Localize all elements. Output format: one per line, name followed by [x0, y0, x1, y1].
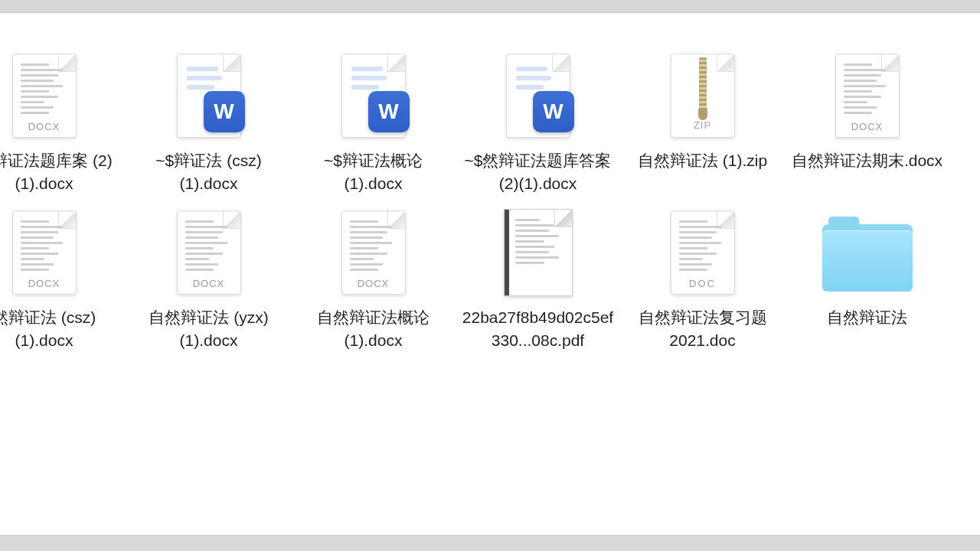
finder-item[interactable]: DOC自然辩证法复习题2021.doc	[620, 207, 785, 353]
file-icon: DOCX	[163, 207, 255, 298]
folder-icon	[822, 207, 913, 298]
finder-window: DOCX然辩证法题库案 (2)(1).docx~$辩证法 (csz)(1).do…	[0, 12, 980, 536]
file-label: 自然辩证法	[791, 306, 944, 329]
file-icon	[492, 50, 584, 142]
finder-item[interactable]: DOCX然辩证法题库案 (2)(1).docx	[0, 50, 126, 196]
file-icon: DOCX	[328, 207, 420, 298]
file-label: ~$辩证法概论(1).docx	[297, 149, 450, 196]
docx-badge: DOCX	[28, 278, 60, 289]
finder-icon-grid: DOCX然辩证法题库案 (2)(1).docx~$辩证法 (csz)(1).do…	[0, 13, 980, 353]
file-icon: DOCX	[0, 50, 90, 142]
file-label: 自然辩证法复习题2021.doc	[626, 306, 779, 353]
finder-item[interactable]: DOCX自然辩证法期末.docx	[785, 50, 949, 196]
file-label: 自然辩证法 (yzx)(1).docx	[132, 306, 286, 353]
file-icon	[328, 50, 420, 142]
file-label: 自然辩证法 (1).zip	[626, 149, 779, 172]
finder-item[interactable]: 自然辩证法	[785, 207, 949, 353]
zipper-icon	[699, 57, 707, 112]
docx-badge: DOCX	[193, 278, 225, 289]
file-icon	[492, 207, 584, 298]
file-icon: DOC	[657, 207, 749, 298]
doc-badge: DOC	[689, 278, 716, 289]
file-icon: ZIP	[657, 50, 749, 142]
file-label: ~$辩证法 (csz)(1).docx	[132, 149, 286, 196]
finder-item[interactable]: 22ba27f8b49d02c5ef330...08c.pdf	[456, 207, 620, 353]
zip-badge: ZIP	[694, 119, 711, 131]
word-app-icon	[204, 91, 245, 132]
finder-item[interactable]: ~$辩证法概论(1).docx	[291, 50, 456, 196]
docx-badge: DOCX	[28, 121, 60, 132]
file-label: 自然辩证法期末.docx	[791, 149, 944, 172]
docx-badge: DOCX	[851, 121, 884, 132]
file-label: 自然辩证法概论(1).docx	[297, 306, 450, 353]
word-app-icon	[368, 91, 410, 132]
finder-item[interactable]: ~$然辩证法题库答案 (2)(1).docx	[456, 50, 620, 196]
docx-badge: DOCX	[358, 278, 390, 289]
finder-item[interactable]: DOCX自然辩证法概论(1).docx	[291, 207, 456, 353]
file-icon: DOCX	[0, 207, 90, 298]
file-icon: DOCX	[822, 50, 913, 142]
file-icon	[163, 50, 255, 142]
finder-item[interactable]: DOCX然辩证法 (csz)(1).docx	[0, 207, 126, 353]
file-label: 然辩证法题库案 (2)(1).docx	[0, 149, 121, 196]
word-app-icon	[533, 91, 574, 132]
file-label: ~$然辩证法题库答案 (2)(1).docx	[462, 149, 615, 196]
finder-item[interactable]: DOCX自然辩证法 (yzx)(1).docx	[126, 207, 291, 353]
file-label: 然辩证法 (csz)(1).docx	[0, 306, 121, 353]
finder-item[interactable]: ~$辩证法 (csz)(1).docx	[126, 50, 291, 196]
finder-item[interactable]: ZIP自然辩证法 (1).zip	[620, 50, 785, 196]
file-label: 22ba27f8b49d02c5ef330...08c.pdf	[462, 306, 615, 353]
